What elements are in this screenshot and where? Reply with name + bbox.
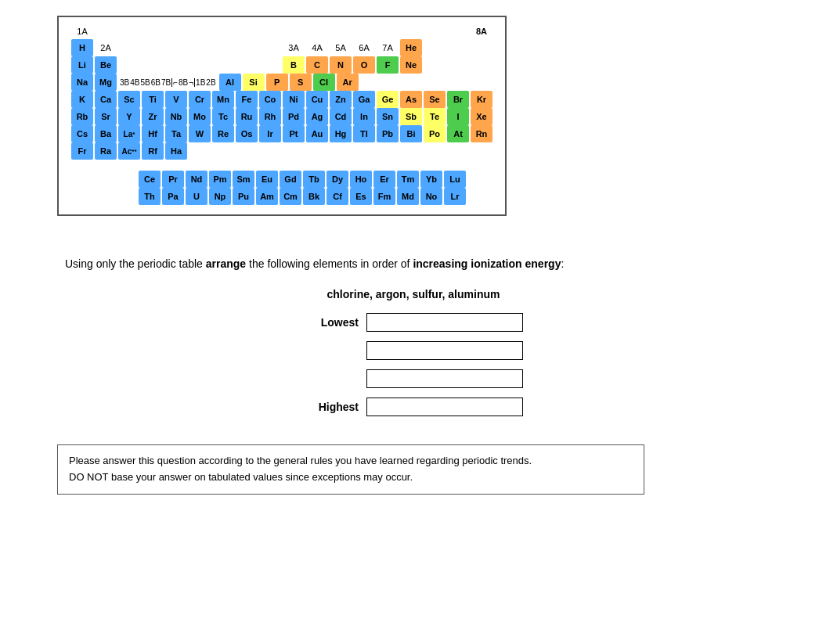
subgroup-label-2B: 2B [206,78,215,87]
pt-row-7: Fr Ra Ac** Rf Ha [71,142,492,160]
element-Pb: Pb [377,125,399,142]
element-No: No [420,188,442,205]
element-Si: Si [243,74,265,91]
element-Hf: Hf [142,125,164,142]
pt-row-actinides: Th Pa U Np Pu Am Cm Bk Cf Es Fm Md No Lr [139,188,492,205]
element-Yb: Yb [420,171,442,188]
element-Ce: Ce [139,171,161,188]
element-Al: Al [219,74,241,91]
element-Zn: Zn [330,91,352,108]
element-Pa: Pa [162,188,184,205]
subgroup-label-5B: 5B [140,78,150,87]
element-Co: Co [259,91,281,108]
element-Ga: Ga [353,91,375,108]
element-Hg: Hg [330,125,352,142]
element-Li: Li [71,56,93,74]
question-text-before: Using only the periodic table [65,257,206,270]
element-Pd: Pd [283,108,305,125]
answer-row-highest: Highest [304,398,523,416]
element-Tc: Tc [212,108,234,125]
label-5A: 5A [330,39,352,56]
element-Es: Es [350,188,372,205]
subgroup-label-8B: 8B [179,78,188,87]
label-7A: 7A [377,39,399,56]
element-C: C [306,56,328,74]
element-O: O [353,56,375,74]
pt-row-4: K Ca Sc Ti V Cr Mn Fe Co Ni Cu Zn Ga Ge … [71,91,492,108]
element-Ge: Ge [377,91,399,108]
bracket-open: ⌐ [171,78,178,87]
element-Mo: Mo [189,108,211,125]
pt-row-2: Li Be B C N O F Ne [71,56,492,74]
element-Ba: Ba [95,125,117,142]
third-input[interactable] [366,369,523,388]
element-Mn: Mn [212,91,234,108]
element-Pt: Pt [283,125,305,142]
label-4A: 4A [306,39,328,56]
element-Po: Po [424,125,446,142]
element-V: V [165,91,187,108]
question-bold-arrange: arrange [206,257,246,270]
element-U: U [186,188,207,205]
element-Be: Be [95,56,117,74]
element-Pu: Pu [233,188,254,205]
pt-row-lanthanides: Ce Pr Nd Pm Sm Eu Gd Tb Dy Ho Er Tm Yb L… [139,171,492,188]
pt-row-5: Rb Sr Y Zr Nb Mo Tc Ru Rh Pd Ag Cd In Sn… [71,108,492,125]
element-Mg: Mg [95,74,117,91]
element-Ra: Ra [95,142,117,160]
element-H: H [71,39,93,56]
element-Lu: Lu [444,171,466,188]
element-Ta: Ta [165,125,187,142]
element-Y: Y [118,108,140,125]
highest-label: Highest [304,401,359,413]
element-Er: Er [373,171,395,188]
element-Ca: Ca [95,91,117,108]
element-He: He [400,39,422,56]
group-8A: 8A [471,27,492,36]
element-Re: Re [212,125,234,142]
element-Bi: Bi [400,125,422,142]
pt-row-6: Cs Ba La* Hf Ta W Re Os Ir Pt Au Hg Tl P… [71,125,492,142]
element-Ha: Ha [165,142,187,160]
element-Ni: Ni [283,91,305,108]
element-N: N [330,56,352,74]
element-Ac: Ac** [118,142,140,160]
group-1A: 1A [71,27,93,36]
element-As: As [400,91,422,108]
element-Na: Na [71,74,93,91]
lowest-input[interactable] [366,313,523,332]
question-text-after: : [561,257,564,270]
bracket-close: ¬ [189,78,195,87]
element-Pm: Pm [209,171,231,188]
element-Fe: Fe [236,91,258,108]
element-F: F [377,56,399,74]
subgroup-label-6B: 6B [151,78,161,87]
element-Bk: Bk [303,188,325,205]
element-S: S [290,74,312,91]
periodic-table-wrapper: 1A 8A H 2A 3A 4A 5A 6A 7A He [57,16,507,216]
element-Se: Se [424,91,446,108]
highest-input[interactable] [366,398,523,416]
element-Ir: Ir [259,125,281,142]
element-Np: Np [209,188,231,205]
element-Cl: Cl [313,74,335,91]
lowest-label: Lowest [304,316,359,329]
element-Sn: Sn [377,108,399,125]
element-P: P [266,74,288,91]
element-Am: Am [256,188,278,205]
element-Cd: Cd [330,108,352,125]
element-Nb: Nb [165,108,187,125]
second-input[interactable] [366,341,523,360]
element-Rf: Rf [142,142,164,160]
element-Kr: Kr [471,91,492,108]
element-Rb: Rb [71,108,93,125]
element-Lr: Lr [444,188,466,205]
element-Cu: Cu [306,91,328,108]
note-line1: Please answer this question according to… [69,455,532,466]
question-section: Using only the periodic table arrange th… [65,255,762,421]
element-Sc: Sc [118,91,140,108]
element-Pr: Pr [162,171,184,188]
answer-row-3 [304,369,523,388]
answer-row-lowest: Lowest [304,313,523,332]
subgroup-label-3B: 3B [120,78,129,87]
